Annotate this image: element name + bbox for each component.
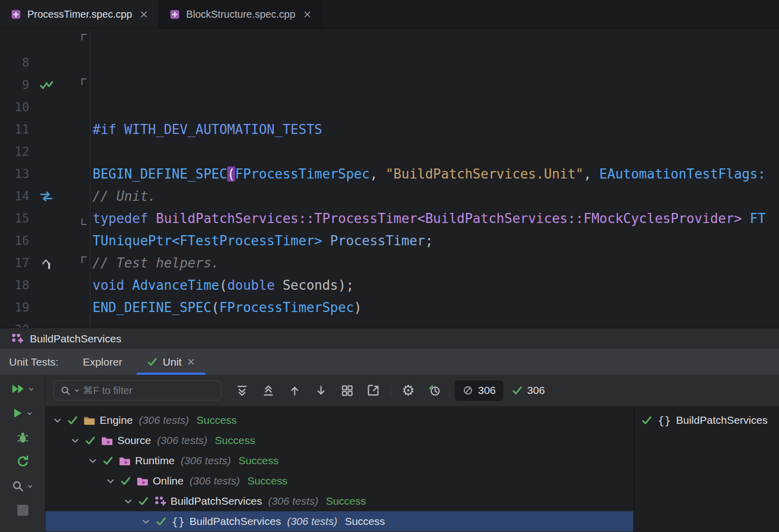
code-line[interactable]: 21 — [0, 319, 779, 328]
chevron-down-icon[interactable] — [123, 497, 133, 506]
code-line[interactable]: 17 — [0, 230, 779, 252]
check-icon — [138, 496, 149, 507]
chevron-down-icon — [27, 483, 33, 490]
code-line[interactable]: 20 using namespace BuildPatchServices; — [0, 296, 779, 319]
run-all-button[interactable] — [0, 381, 45, 397]
tree-item-test-count: (306 tests) — [190, 475, 240, 487]
tree-item-test-count: (306 tests) — [287, 515, 337, 527]
test-tree-row[interactable]: {} BuildPatchServices (306 tests) Succes… — [46, 511, 633, 531]
expand-all-button[interactable] — [229, 380, 255, 401]
editor-tab[interactable]: BlockStructure.spec.cpp — [159, 0, 322, 28]
stop-button[interactable] — [0, 502, 45, 518]
test-tree-row[interactable]: Source (306 tests) Success — [46, 430, 633, 451]
gutter-icon-slot[interactable] — [35, 118, 57, 141]
toolbar-divider — [391, 384, 391, 397]
close-icon[interactable] — [187, 358, 195, 366]
rerun-button[interactable] — [0, 454, 45, 470]
recursive-gutter-icon[interactable] — [35, 185, 57, 207]
chevron-down-icon[interactable] — [106, 476, 115, 486]
fold-marker-slot[interactable] — [80, 74, 89, 96]
chevron-down-icon[interactable] — [141, 517, 151, 526]
code-line[interactable]: 19 { — [0, 274, 779, 296]
test-tree-row[interactable]: Runtime (306 tests) Success — [46, 451, 633, 471]
code-line[interactable]: 15 void AdvanceTime(double Seconds); — [0, 185, 779, 207]
fold-marker-slot[interactable] — [80, 230, 89, 252]
code-line[interactable]: 10 BEGIN_DEFINE_SPEC(FProcessTimerSpec, … — [0, 74, 779, 96]
code-line[interactable]: 12 typedef BuildPatchServices::TProcessT… — [0, 118, 779, 141]
code-line[interactable]: 8 #if WITH_DEV_AUTOMATION_TESTS — [0, 29, 779, 52]
fold-marker-slot[interactable] — [80, 29, 89, 52]
close-icon[interactable] — [303, 10, 312, 19]
passed-tests-badge[interactable]: 306 — [511, 384, 545, 396]
fold-marker-slot[interactable] — [80, 185, 89, 207]
test-passed-gutter-icon[interactable] — [35, 74, 57, 96]
fold-marker-slot[interactable] — [80, 96, 89, 118]
fold-marker-slot[interactable] — [80, 319, 89, 328]
gear-icon: ⚙ — [402, 383, 415, 398]
gutter-icon-slot[interactable] — [35, 29, 57, 52]
unit-tests-label: Unit Tests: — [9, 356, 59, 368]
gutter-icon-slot[interactable] — [35, 274, 57, 296]
filter-input[interactable] — [83, 385, 215, 396]
override-gutter-icon[interactable] — [35, 252, 57, 274]
debug-button[interactable] — [0, 429, 45, 446]
bps-icon — [154, 495, 166, 507]
settings-button[interactable]: ⚙ — [395, 380, 421, 401]
filter-box[interactable] — [54, 380, 222, 401]
chevron-down-icon — [28, 386, 34, 392]
gutter-icon-slot[interactable] — [35, 319, 57, 328]
chevron-down-icon[interactable] — [70, 436, 80, 446]
code-line[interactable]: 14 // Test helpers. — [0, 163, 779, 185]
gutter-icon-slot[interactable] — [35, 207, 57, 230]
total-tests-badge[interactable]: 306 — [455, 380, 503, 401]
code-line[interactable]: 11 // Unit. — [0, 96, 779, 118]
test-tree-row[interactable]: Online (306 tests) Success — [46, 471, 633, 491]
check-icon — [120, 475, 132, 487]
tab-unit-label: Unit — [163, 356, 182, 368]
gutter-icon-slot[interactable] — [35, 52, 57, 74]
gutter-icon-slot[interactable] — [35, 96, 57, 118]
code-line[interactable]: 18 void FProcessTimerSpec::Define() — [0, 252, 779, 274]
gutter-icon-slot[interactable] — [35, 163, 57, 185]
tree-item-name: Runtime — [135, 455, 175, 467]
tab-label: BlockStructure.spec.cpp — [186, 9, 295, 20]
chevron-down-icon[interactable] — [53, 416, 62, 425]
tab-label: ProcessTimer.spec.cpp — [27, 9, 132, 20]
gutter-icon-slot[interactable] — [35, 141, 57, 163]
code-line[interactable]: 13 TUniquePtr<FTestProcessTimer> Process… — [0, 141, 779, 163]
previous-failed-button[interactable] — [281, 380, 308, 401]
tab-explorer[interactable]: Explorer — [83, 356, 122, 368]
gutter-icon-slot[interactable] — [35, 230, 57, 252]
tree-item-test-count: (306 tests) — [157, 434, 207, 447]
search-tests-button[interactable] — [0, 478, 45, 494]
test-tree-row[interactable]: Engine (306 tests) Success — [46, 410, 633, 430]
tree-item-status: Success — [197, 414, 237, 426]
fold-marker-slot[interactable] — [80, 52, 89, 74]
tree-item-test-count: (306 tests) — [268, 495, 318, 507]
next-failed-button[interactable] — [308, 380, 334, 401]
tab-unit[interactable]: Unit — [137, 349, 205, 375]
fold-marker-slot[interactable] — [80, 252, 89, 274]
code-line[interactable]: 16 END_DEFINE_SPEC(FProcessTimerSpec) — [0, 207, 779, 230]
fold-marker-slot[interactable] — [80, 141, 89, 163]
group-by-button[interactable] — [334, 380, 360, 401]
gutter-icon-slot[interactable] — [35, 296, 57, 319]
fold-marker-slot[interactable] — [80, 118, 89, 141]
tool-window-title: BuildPatchServices — [30, 333, 121, 345]
fold-marker-slot[interactable] — [80, 274, 89, 296]
code-editor[interactable]: 8 #if WITH_DEV_AUTOMATION_TESTS 9 10 BEG… — [0, 29, 779, 328]
editor-tab[interactable]: ProcessTimer.spec.cpp — [0, 0, 159, 28]
search-icon — [60, 385, 71, 396]
test-history-button[interactable] — [421, 380, 448, 401]
collapse-all-button[interactable] — [255, 380, 281, 401]
export-results-button[interactable] — [360, 380, 386, 401]
close-icon[interactable] — [140, 10, 148, 19]
fold-marker-slot[interactable] — [80, 296, 89, 319]
fold-marker-slot[interactable] — [80, 207, 89, 230]
chevron-down-icon[interactable] — [88, 456, 98, 466]
test-tree-row[interactable]: BuildPatchServices (306 tests) Success — [46, 491, 633, 511]
fold-marker-slot[interactable] — [80, 163, 89, 185]
run-button[interactable] — [0, 405, 45, 421]
detail-row[interactable]: {} BuildPatchServices — [634, 410, 779, 430]
code-line[interactable]: 9 — [0, 52, 779, 74]
